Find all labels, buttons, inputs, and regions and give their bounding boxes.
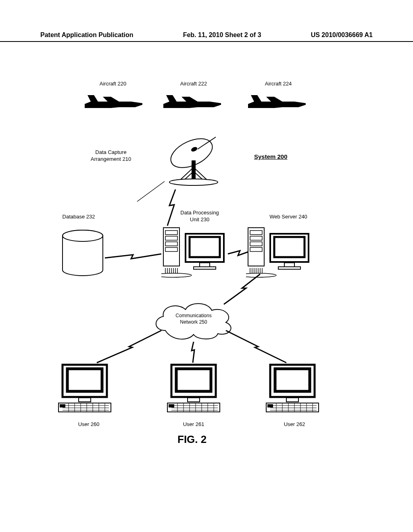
header-right: US 2010/0036669 A1 xyxy=(311,31,373,39)
svg-rect-7 xyxy=(163,228,179,266)
svg-rect-58 xyxy=(188,398,200,402)
svg-rect-21 xyxy=(190,237,220,257)
webserver-240-label: Web Server 240 xyxy=(262,214,315,220)
dpu-icon xyxy=(161,226,230,274)
aircraft-224-icon xyxy=(246,93,307,112)
data-capture-label: Data Capture Arrangement 210 xyxy=(85,149,137,163)
svg-rect-22 xyxy=(200,263,210,267)
svg-rect-74 xyxy=(266,403,319,412)
user-260-label: User 260 xyxy=(69,421,109,428)
user-262-icon xyxy=(264,363,321,415)
svg-rect-24 xyxy=(248,228,264,266)
svg-rect-40 xyxy=(278,267,300,269)
aircraft-220-icon xyxy=(83,93,143,112)
page-header: Patent Application Publication Feb. 11, … xyxy=(0,31,413,42)
satellite-dish-icon xyxy=(163,133,228,195)
svg-rect-39 xyxy=(284,263,294,267)
dpu-230-label: Data Processing Unit 230 xyxy=(173,210,226,223)
svg-rect-3 xyxy=(192,160,196,181)
user-260-icon xyxy=(56,363,113,415)
aircraft-222-icon xyxy=(161,93,222,112)
svg-rect-70 xyxy=(169,404,174,407)
svg-point-36 xyxy=(246,273,276,277)
svg-point-4 xyxy=(169,179,218,185)
user-262-label: User 262 xyxy=(274,421,315,428)
svg-rect-85 xyxy=(267,404,273,407)
header-left: Patent Application Publication xyxy=(40,31,133,39)
svg-point-6 xyxy=(63,230,103,241)
svg-rect-42 xyxy=(67,369,102,391)
figure-2: Aircraft 220 Aircraft 222 Aircraft 224 D… xyxy=(40,64,363,468)
network-cloud-icon: Communications Network 250 xyxy=(149,298,238,343)
network-label: Communications Network 250 xyxy=(149,313,238,325)
svg-line-86 xyxy=(137,181,165,202)
aircraft-222-label: Aircraft 222 xyxy=(173,81,214,87)
database-232-label: Database 232 xyxy=(56,214,101,220)
svg-rect-59 xyxy=(167,403,220,412)
database-icon xyxy=(60,230,105,278)
svg-rect-23 xyxy=(194,267,216,269)
user-261-label: User 261 xyxy=(173,421,214,428)
aircraft-220-label: Aircraft 220 xyxy=(93,81,133,87)
system-200-label: System 200 xyxy=(254,153,288,160)
svg-point-19 xyxy=(161,273,192,277)
figure-caption: FIG. 2 xyxy=(177,433,206,446)
aircraft-224-label: Aircraft 224 xyxy=(258,81,298,87)
svg-rect-38 xyxy=(274,237,305,257)
svg-rect-55 xyxy=(60,404,65,407)
header-center: Feb. 11, 2010 Sheet 2 of 3 xyxy=(183,31,261,39)
webserver-icon xyxy=(246,226,315,274)
svg-rect-44 xyxy=(58,403,111,412)
svg-rect-57 xyxy=(176,369,211,391)
svg-rect-72 xyxy=(275,369,310,391)
svg-rect-73 xyxy=(286,398,298,402)
user-261-icon xyxy=(165,363,222,415)
svg-rect-43 xyxy=(79,398,91,402)
